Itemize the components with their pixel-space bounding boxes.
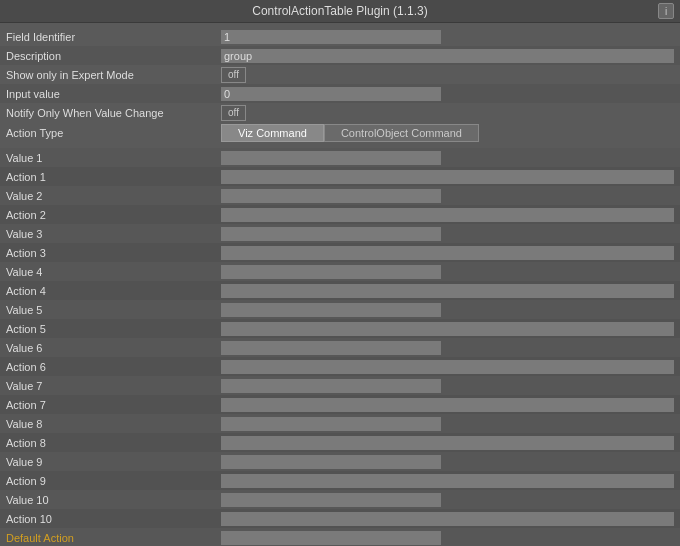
action-input[interactable] <box>221 208 674 222</box>
row-label: Default Action <box>6 532 221 544</box>
list-item: Value 2 <box>0 186 680 205</box>
list-item: Value 10 <box>0 490 680 509</box>
row-label: Action 10 <box>6 513 221 525</box>
row-label: Value 2 <box>6 190 221 202</box>
list-item: Default Action <box>0 528 680 546</box>
row-label: Action 8 <box>6 437 221 449</box>
row-label: Value 6 <box>6 342 221 354</box>
list-item: Value 9 <box>0 452 680 471</box>
row-label: Action 9 <box>6 475 221 487</box>
row-label: Action 1 <box>6 171 221 183</box>
list-item: Value 5 <box>0 300 680 319</box>
list-item: Action 3 <box>0 243 680 262</box>
value-input[interactable] <box>221 531 441 545</box>
list-item: Value 6 <box>0 338 680 357</box>
action-type-label: Action Type <box>6 127 221 139</box>
input-value-input[interactable] <box>221 87 441 101</box>
row-label: Value 3 <box>6 228 221 240</box>
action-input[interactable] <box>221 398 674 412</box>
row-label: Action 2 <box>6 209 221 221</box>
list-item: Action 5 <box>0 319 680 338</box>
field-identifier-row: Field Identifier <box>0 27 680 46</box>
viz-command-btn[interactable]: Viz Command <box>221 124 324 142</box>
value-input[interactable] <box>221 455 441 469</box>
list-item: Value 8 <box>0 414 680 433</box>
field-identifier-label: Field Identifier <box>6 31 221 43</box>
title-bar: ControlActionTable Plugin (1.1.3) i <box>0 0 680 23</box>
description-row: Description <box>0 46 680 65</box>
action-type-row: Action Type Viz Command ControlObject Co… <box>0 122 680 144</box>
row-label: Value 9 <box>6 456 221 468</box>
action-input[interactable] <box>221 436 674 450</box>
row-label: Action 3 <box>6 247 221 259</box>
description-input[interactable] <box>221 49 674 63</box>
list-item: Value 7 <box>0 376 680 395</box>
value-input[interactable] <box>221 341 441 355</box>
value-input[interactable] <box>221 303 441 317</box>
value-input[interactable] <box>221 151 441 165</box>
notify-change-row: Notify Only When Value Change off <box>0 103 680 122</box>
input-value-row: Input value <box>0 84 680 103</box>
action-input[interactable] <box>221 284 674 298</box>
action-input[interactable] <box>221 170 674 184</box>
action-input[interactable] <box>221 360 674 374</box>
row-label: Value 1 <box>6 152 221 164</box>
list-item: Action 6 <box>0 357 680 376</box>
action-input[interactable] <box>221 474 674 488</box>
row-label: Action 4 <box>6 285 221 297</box>
list-item: Action 8 <box>0 433 680 452</box>
value-input[interactable] <box>221 227 441 241</box>
value-input[interactable] <box>221 265 441 279</box>
row-label: Value 8 <box>6 418 221 430</box>
value-input[interactable] <box>221 417 441 431</box>
value-input[interactable] <box>221 379 441 393</box>
list-item: Value 4 <box>0 262 680 281</box>
row-label: Value 4 <box>6 266 221 278</box>
data-rows: Value 1Action 1Value 2Action 2Value 3Act… <box>0 148 680 546</box>
input-value-label: Input value <box>6 88 221 100</box>
expert-mode-label: Show only in Expert Mode <box>6 69 221 81</box>
value-input[interactable] <box>221 493 441 507</box>
list-item: Value 1 <box>0 148 680 167</box>
field-identifier-input[interactable] <box>221 30 441 44</box>
notify-change-toggle[interactable]: off <box>221 105 246 121</box>
list-item: Action 9 <box>0 471 680 490</box>
list-item: Action 7 <box>0 395 680 414</box>
list-item: Action 10 <box>0 509 680 528</box>
list-item: Action 1 <box>0 167 680 186</box>
row-label: Action 5 <box>6 323 221 335</box>
list-item: Value 3 <box>0 224 680 243</box>
list-item: Action 2 <box>0 205 680 224</box>
row-label: Action 6 <box>6 361 221 373</box>
action-input[interactable] <box>221 246 674 260</box>
row-label: Action 7 <box>6 399 221 411</box>
row-label: Value 5 <box>6 304 221 316</box>
action-input[interactable] <box>221 322 674 336</box>
description-label: Description <box>6 50 221 62</box>
controlobject-command-btn[interactable]: ControlObject Command <box>324 124 479 142</box>
row-label: Value 7 <box>6 380 221 392</box>
expert-mode-row: Show only in Expert Mode off <box>0 65 680 84</box>
expert-mode-toggle[interactable]: off <box>221 67 246 83</box>
action-input[interactable] <box>221 512 674 526</box>
window-title: ControlActionTable Plugin (1.1.3) <box>252 4 427 18</box>
value-input[interactable] <box>221 189 441 203</box>
list-item: Action 4 <box>0 281 680 300</box>
info-icon[interactable]: i <box>658 3 674 19</box>
row-label: Value 10 <box>6 494 221 506</box>
action-type-btn-group: Viz Command ControlObject Command <box>221 124 479 142</box>
notify-change-label: Notify Only When Value Change <box>6 107 221 119</box>
